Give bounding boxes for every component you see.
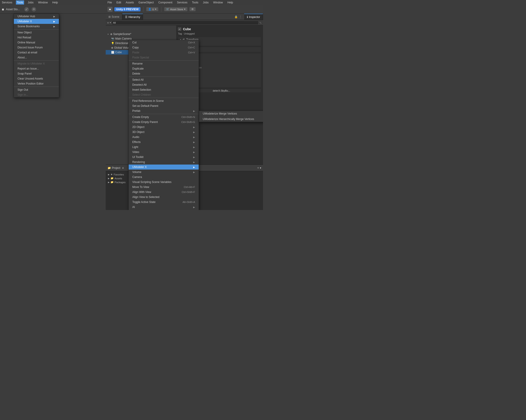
ctx-2d-object[interactable]: 2D Object ▶: [129, 125, 199, 130]
toolbar-icon-1[interactable]: 🖊: [24, 7, 29, 12]
menu-window-right[interactable]: Window: [212, 0, 224, 5]
ctx-invert-selection[interactable]: Invert Selection: [129, 87, 199, 92]
dropdown-snap-panel[interactable]: Snap Panel: [14, 71, 59, 76]
ctx-video[interactable]: Video ▶: [129, 150, 199, 155]
ctx-rendering[interactable]: Rendering ▶: [129, 160, 199, 165]
info-icon: ℹ: [247, 15, 248, 19]
ctx-volume[interactable]: Volume ▶: [129, 170, 199, 175]
ctx-delete[interactable]: Delete: [129, 71, 199, 76]
dropdown-sign-out[interactable]: Sign Out: [14, 87, 59, 92]
toolbar-icon-2[interactable]: ⟳: [32, 7, 36, 12]
asset-store-icon: ◼: [2, 8, 4, 11]
left-menubar[interactable]: Services Tools Jobs Window Help: [0, 0, 106, 5]
dropdown-contact[interactable]: Contact at email: [14, 50, 59, 55]
select-all-label: Select All: [132, 78, 143, 81]
ctx-ui[interactable]: UI ▶: [129, 210, 199, 210]
menu-assets[interactable]: Assets: [125, 0, 135, 5]
move-to-view-label: Move To View: [132, 185, 149, 189]
camera-icon: 📷: [111, 37, 114, 40]
ctx-deselect-all[interactable]: Deselect All: [129, 82, 199, 87]
submenu-merge-vertices[interactable]: UModelerize Merge Vertices: [199, 111, 263, 116]
active-checkbox[interactable]: ✓: [178, 28, 181, 31]
menu-gameobject[interactable]: GameObject: [138, 0, 155, 5]
dropdown-hot-reload[interactable]: Hot Reload: [14, 35, 59, 40]
tag-value[interactable]: Untagged: [184, 32, 195, 35]
dropdown-new-object[interactable]: New Object: [14, 30, 59, 35]
ctx-ai[interactable]: AI ▶: [129, 205, 199, 210]
dropdown-clear-assets[interactable]: Clear Unused Assets: [14, 76, 59, 81]
more-icon[interactable]: ⋮: [239, 15, 242, 18]
chevron-icon[interactable]: ▾: [110, 21, 111, 24]
search-expand-icon[interactable]: ⤡: [259, 21, 262, 24]
dropdown-scene-bookmarks[interactable]: Scene Bookmarks ▶: [14, 24, 59, 29]
ctx-paste-special[interactable]: Paste Special: [129, 55, 199, 60]
submenu-hierarchically-merge[interactable]: UModelerize Hierarchically Merge Vertice…: [199, 116, 263, 122]
report-label: Report an Issue...: [18, 67, 39, 70]
ctx-audio[interactable]: Audio ▶: [129, 135, 199, 140]
dropdown-umodeler-x[interactable]: UModeler X ▶: [14, 19, 59, 24]
dropdown-report[interactable]: Report an Issue...: [14, 66, 59, 71]
menu-help[interactable]: Help: [51, 0, 59, 5]
dropdown-sign-in[interactable]: Sign In...: [14, 92, 59, 97]
dropdown-about[interactable]: About...: [14, 55, 59, 60]
ctx-find-references[interactable]: Find References in Scene: [129, 98, 199, 103]
console-icon[interactable]: ≡: [122, 166, 124, 170]
ctx-rename[interactable]: Rename: [129, 61, 199, 66]
ctx-3d-object[interactable]: 3D Object ▶: [129, 130, 199, 135]
toggle-active-shortcut: Alt+Shift+A: [182, 201, 195, 203]
ctx-create-empty[interactable]: Create Empty Ctrl+Shift+N: [129, 115, 199, 120]
asset-store-button[interactable]: 🛒 Asset Store ▾: [164, 7, 188, 11]
ctx-align-with-view[interactable]: Align With View Ctrl+Shift+F: [129, 190, 199, 195]
ctx-copy[interactable]: Copy Ctrl+C: [129, 45, 199, 50]
folder-icon: 📁: [108, 166, 111, 170]
settings-button[interactable]: ⚙: [189, 7, 196, 11]
lock-icon[interactable]: 🔒: [234, 15, 238, 18]
plus-icon[interactable]: +: [257, 166, 259, 170]
menu-jobs-right[interactable]: Jobs: [202, 0, 209, 5]
dropdown-vertex-editor[interactable]: Vertex Position Editor: [14, 81, 59, 86]
grid-icon: ⊞: [108, 15, 111, 18]
menu-edit[interactable]: Edit: [115, 0, 122, 5]
ctx-effects[interactable]: Effects ▶: [129, 140, 199, 145]
ctx-umodeler-x[interactable]: UModeler X ▶: [129, 165, 199, 170]
search-input[interactable]: [112, 21, 258, 25]
ctx-move-to-view[interactable]: Move To View Ctrl+Alt+F: [129, 185, 199, 190]
ctx-select-children[interactable]: Select Children: [129, 92, 199, 97]
snap-panel-label: Snap Panel: [18, 72, 32, 75]
ctx-prefab[interactable]: Prefab ▶: [129, 108, 199, 113]
menu-services-right[interactable]: Services: [176, 0, 188, 5]
ctx-set-default-parent[interactable]: Set as Default Parent: [129, 103, 199, 108]
hierarchy-item-samplescene[interactable]: ▾ ⊕ SampleScene*: [106, 32, 176, 36]
ctx-duplicate[interactable]: Duplicate: [129, 66, 199, 71]
menu-component[interactable]: Component: [157, 0, 173, 5]
ctx-ui-toolkit[interactable]: UI Toolkit ▶: [129, 155, 199, 160]
packages-arrow: ▶: [108, 181, 110, 183]
tab-scene[interactable]: ⊞ Scene: [106, 14, 122, 20]
add-icon[interactable]: +: [107, 21, 109, 25]
menu-jobs[interactable]: Jobs: [27, 0, 34, 5]
user-button[interactable]: 👤 U ▾: [146, 7, 158, 11]
ctx-cut[interactable]: Cut Ctrl+X: [129, 40, 199, 45]
menu-help-right[interactable]: Help: [227, 0, 234, 5]
dropdown-discord[interactable]: Discord Issue Forum: [14, 45, 59, 50]
ctx-toggle-active[interactable]: Toggle Active State Alt+Shift+A: [129, 200, 199, 205]
menu-services[interactable]: Services: [1, 0, 13, 5]
ctx-visual-scripting[interactable]: Visual Scripting Scene Variables: [129, 180, 199, 185]
ctx-paste[interactable]: Paste Ctrl+V: [129, 50, 199, 55]
dropdown-migrate[interactable]: Migrate to UModeler X: [14, 61, 59, 66]
ctx-create-empty-parent[interactable]: Create Empty Parent Ctrl+Shift+G: [129, 120, 199, 125]
tab-inspector[interactable]: ℹ Inspector: [244, 14, 263, 20]
chevron-down-icon[interactable]: ▾: [260, 166, 261, 170]
menu-tools[interactable]: Tools: [16, 0, 24, 5]
menu-file[interactable]: File: [107, 0, 113, 5]
ctx-light[interactable]: Light ▶: [129, 145, 199, 150]
tab-hierarchy[interactable]: ☰ Hierarchy: [122, 14, 143, 20]
ctx-camera[interactable]: Camera: [129, 175, 199, 180]
online-manual-label: Online Manual: [18, 41, 35, 44]
dropdown-umodeler-hub[interactable]: UModeler Hub ▶: [14, 14, 59, 19]
ctx-align-view-to-selected[interactable]: Align View to Selected: [129, 195, 199, 200]
menu-window[interactable]: Window: [37, 0, 49, 5]
dropdown-online-manual[interactable]: Online Manual: [14, 40, 59, 45]
menu-tools-right[interactable]: Tools: [191, 0, 199, 5]
ctx-select-all[interactable]: Select All: [129, 77, 199, 82]
